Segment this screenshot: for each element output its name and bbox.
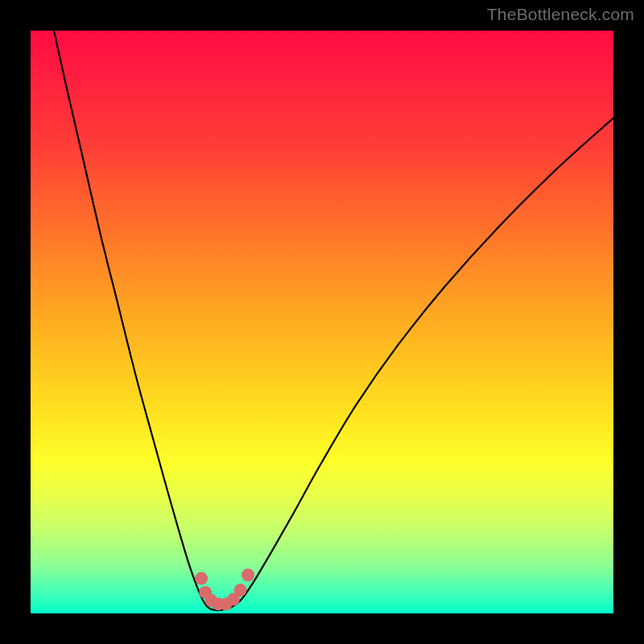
valley-marker	[234, 584, 247, 597]
valley-markers	[195, 568, 254, 610]
watermark-text: TheBottleneck.com	[487, 5, 634, 24]
chart-frame: TheBottleneck.com	[0, 0, 644, 644]
curve-svg	[31, 31, 613, 613]
valley-marker	[195, 572, 208, 585]
bottleneck-curve	[54, 31, 613, 610]
valley-marker	[242, 568, 254, 581]
plot-area	[31, 31, 613, 613]
